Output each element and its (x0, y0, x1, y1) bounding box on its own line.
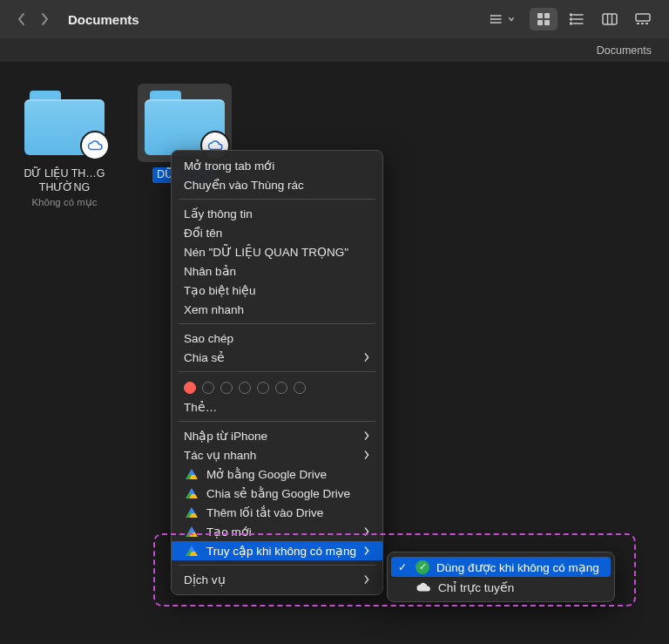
context-menu-item[interactable]: Chia sẻ bằng Google Drive (172, 484, 382, 503)
content-area: DỮ LIỆU TH…G THƯỜNG Không có mục DỮ LIỆU… (0, 63, 669, 644)
view-columns-button[interactable] (596, 8, 624, 31)
context-menu-item[interactable]: Nén "DỮ LIỆU QUAN TRỌNG" (172, 242, 382, 261)
submenu-label: Dùng được khi không có mạng (436, 560, 599, 574)
tag-dot[interactable] (239, 382, 251, 394)
chevron-right-icon (363, 351, 370, 364)
chevron-right-icon (363, 430, 370, 443)
tags-row (172, 376, 382, 397)
tag-dot[interactable] (202, 382, 214, 394)
view-icons-button[interactable] (530, 8, 558, 31)
context-menu-item[interactable]: Thẻ… (172, 397, 382, 417)
svg-point-13 (571, 14, 572, 16)
folder-icon-wrap (17, 84, 112, 162)
svg-rect-8 (537, 20, 543, 25)
view-list-button[interactable] (563, 8, 591, 31)
google-drive-icon (184, 466, 199, 482)
svg-rect-16 (603, 14, 617, 24)
context-menu-label: Chuyển vào Thùng rác (184, 178, 304, 192)
submenu-item[interactable]: Chỉ trực tuyến (388, 577, 614, 597)
chevron-right-icon (363, 573, 370, 586)
available-offline-icon: ✓ (416, 560, 429, 574)
svg-rect-9 (544, 20, 550, 25)
folder-name: DỮ LIỆU TH…G THƯỜNG (16, 167, 113, 194)
tag-dot[interactable] (220, 382, 233, 394)
folder-icon (24, 91, 105, 155)
context-menu-item[interactable]: Tạo mới (172, 522, 382, 541)
checkmark-icon: ✓ (396, 561, 409, 573)
context-menu-label: Chia sẻ bằng Google Drive (206, 486, 350, 500)
group-sort-button[interactable] (484, 8, 524, 31)
context-menu-item[interactable]: Truy cập khi không có mạng (172, 541, 382, 560)
svg-rect-21 (641, 23, 644, 24)
context-menu-item[interactable]: Sao chép (172, 329, 382, 348)
svg-rect-6 (537, 13, 543, 18)
context-menu-label: Chia sẻ (184, 350, 225, 364)
context-menu-item[interactable]: Nhập từ iPhone (172, 426, 382, 445)
context-menu-item[interactable]: Dịch vụ (172, 570, 382, 589)
context-menu-separator (179, 371, 375, 372)
window-title: Documents (68, 12, 139, 27)
context-menu-item[interactable]: Mở bằng Google Drive (172, 464, 382, 484)
nav-forward-button[interactable] (35, 10, 54, 29)
context-menu: Mở trong tab mớiChuyển vào Thùng rácLấy … (171, 150, 383, 595)
svg-point-3 (490, 16, 491, 17)
tag-dot[interactable] (184, 382, 196, 394)
svg-point-15 (571, 23, 572, 24)
context-menu-separator (179, 565, 375, 566)
chevron-down-icon (508, 15, 515, 24)
context-menu-label: Nhân bản (184, 264, 236, 278)
chevron-right-icon (363, 449, 370, 462)
context-menu-separator (179, 421, 375, 422)
context-menu-item[interactable]: Tạo biệt hiệu (172, 281, 382, 300)
svg-point-4 (490, 19, 491, 20)
context-menu-item[interactable]: Mở trong tab mới (172, 156, 382, 175)
context-menu-item[interactable]: Chia sẻ (172, 348, 382, 367)
context-menu-label: Dịch vụ (184, 573, 226, 586)
toolbar: Documents (0, 0, 669, 38)
cloud-badge-icon (82, 132, 108, 159)
context-menu-item[interactable]: Tác vụ nhanh (172, 445, 382, 464)
google-drive-icon (184, 505, 199, 520)
context-menu-item[interactable]: Chuyển vào Thùng rác (172, 175, 382, 194)
view-controls (484, 8, 657, 31)
context-menu-label: Tác vụ nhanh (184, 448, 256, 462)
folder-item[interactable]: DỮ LIỆU TH…G THƯỜNG Không có mục (12, 78, 117, 216)
svg-point-5 (490, 23, 491, 24)
google-drive-icon (184, 543, 199, 559)
tag-dot[interactable] (294, 382, 306, 394)
context-menu-label: Nén "DỮ LIỆU QUAN TRỌNG" (184, 245, 348, 259)
context-menu-item[interactable]: Nhân bản (172, 261, 382, 281)
cloud-icon (416, 580, 431, 595)
view-gallery-button[interactable] (629, 8, 657, 31)
context-menu-label: Nhập từ iPhone (184, 429, 267, 443)
svg-rect-19 (636, 14, 650, 21)
submenu-item[interactable]: ✓✓Dùng được khi không có mạng (391, 557, 611, 577)
chevron-right-icon (363, 545, 370, 558)
context-menu-label: Mở trong tab mới (184, 159, 274, 173)
context-submenu: ✓✓Dùng được khi không có mạngChỉ trực tu… (387, 552, 615, 602)
context-menu-item[interactable]: Thêm lối tắt vào Drive (172, 503, 382, 522)
svg-point-14 (571, 18, 572, 20)
context-menu-label: Tạo biệt hiệu (184, 283, 256, 297)
context-menu-separator (179, 199, 375, 200)
context-menu-separator (179, 323, 375, 324)
svg-rect-7 (544, 13, 550, 18)
context-menu-label: Lấy thông tin (184, 207, 253, 220)
nav-back-button[interactable] (12, 10, 31, 29)
context-menu-label: Tạo mới (206, 525, 252, 539)
path-bar: Documents (0, 38, 669, 63)
google-drive-icon (184, 485, 199, 501)
context-menu-label: Thêm lối tắt vào Drive (206, 505, 323, 519)
tag-dot[interactable] (275, 382, 287, 394)
submenu-label: Chỉ trực tuyến (438, 580, 514, 594)
nav-arrows (12, 10, 54, 29)
svg-rect-22 (645, 23, 648, 24)
path-location[interactable]: Documents (597, 44, 652, 57)
folder-subtitle: Không có mục (31, 196, 97, 208)
context-menu-item[interactable]: Đổi tên (172, 223, 382, 242)
tag-dot[interactable] (257, 382, 269, 394)
context-menu-label: Truy cập khi không có mạng (206, 544, 356, 558)
context-menu-label: Xem nhanh (184, 303, 244, 316)
context-menu-item[interactable]: Lấy thông tin (172, 204, 382, 223)
context-menu-item[interactable]: Xem nhanh (172, 300, 382, 319)
